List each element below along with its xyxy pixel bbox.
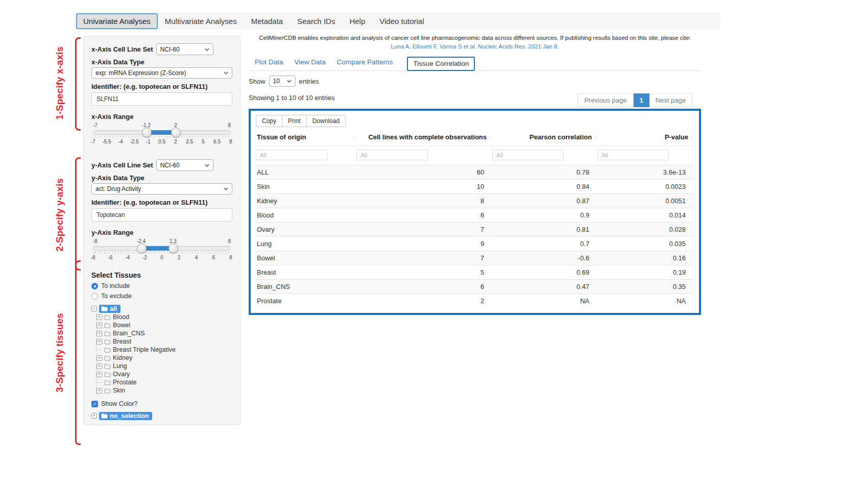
column-header-cell-lines-with-complete-observations[interactable]: Cell lines with complete observations↑↓ [356, 133, 492, 141]
x-identifier-input[interactable] [91, 92, 232, 106]
x-axis-data-type-select[interactable]: exp: mRNA Expression (Z-Score) [91, 67, 232, 79]
to-include-radio[interactable]: To include [91, 282, 232, 289]
step1-label: 1-Specify x-axis [54, 35, 65, 132]
expand-icon[interactable]: + [97, 331, 102, 336]
filter-input-cell-lines-with-complete-observations[interactable] [356, 150, 428, 160]
tab-view-data[interactable]: View Data [295, 58, 326, 70]
expand-icon[interactable]: + [97, 372, 102, 377]
page-1-button[interactable]: 1 [634, 93, 649, 107]
tab-tissue-correlation[interactable]: Tissue Correlation [407, 57, 475, 71]
tree-item-prostate[interactable]: Prostate [97, 378, 232, 386]
value-cell: 0.84 [492, 183, 597, 190]
next-page-button[interactable]: Next page [649, 93, 692, 107]
y-axis-range-slider[interactable]: -8 -2.4 1.3 8 -8-6-4-202468 [93, 238, 231, 262]
value-cell: 0.35 [597, 283, 694, 290]
show-color-checkbox[interactable]: ✓ Show Color? [91, 400, 232, 407]
tick-label: 4 [195, 255, 198, 260]
x-axis-range-slider[interactable]: -7 -1.2 2 8 -7-5.5-4-2.5-10.523.556.58 [93, 123, 231, 146]
sort-icon[interactable]: ↑↓ [690, 135, 694, 140]
previous-page-button[interactable]: Previous page [577, 93, 633, 107]
expand-icon[interactable]: + [97, 388, 102, 394]
sidebar-panel: x-Axis Cell Line Set NCI-60 x-Axis Data … [83, 36, 240, 425]
nav-tab-univariate-analyses[interactable]: Univariate Analyses [76, 13, 158, 29]
filter-input-pearson-correlation[interactable] [492, 150, 564, 160]
folder-icon [104, 380, 111, 385]
y-identifier-input[interactable] [91, 208, 232, 222]
tick-label: 0.5 [158, 139, 165, 144]
page: Univariate AnalysesMultivariate Analyses… [0, 0, 868, 488]
tree-item-kidney[interactable]: +Kidney [97, 354, 232, 362]
filter-cell [256, 150, 356, 160]
copy-button[interactable]: Copy [256, 115, 282, 127]
nav-tab-help[interactable]: Help [342, 13, 372, 29]
expand-icon[interactable]: + [97, 323, 102, 328]
tree-item-bowel[interactable]: +Bowel [97, 321, 232, 329]
column-header-label: Pearson correlation [529, 133, 592, 141]
folder-icon [104, 323, 111, 328]
column-header-pearson-correlation[interactable]: Pearson correlation↑↓ [492, 133, 597, 141]
nav-tab-video-tutorial[interactable]: Video tutorial [372, 13, 431, 29]
to-exclude-radio[interactable]: To exclude [91, 292, 232, 300]
y-slider-rail[interactable] [93, 246, 231, 251]
x-axis-cell-line-set-value: NCI-60 [160, 46, 180, 53]
download-button[interactable]: Download [306, 115, 346, 127]
x-slider-high-handle[interactable] [171, 128, 181, 137]
x-slider-max-label: 8 [228, 123, 231, 128]
nav-tab-multivariate-analyses[interactable]: Multivariate Analyses [158, 13, 244, 29]
expand-icon[interactable]: + [97, 314, 102, 320]
expand-icon[interactable]: + [91, 413, 97, 419]
tree-item-label: Breast Triple Negative [113, 346, 176, 353]
y-axis-cell-line-set-select[interactable]: NCI-60 [156, 159, 213, 171]
tree-item-breast-triple-negative[interactable]: Breast Triple Negative [97, 346, 232, 354]
tree-node-all[interactable]: − all [91, 304, 232, 313]
nav-tab-metadata[interactable]: Metadata [244, 13, 291, 29]
collapse-icon[interactable]: − [91, 306, 97, 311]
chevron-down-icon [224, 187, 228, 190]
step2-label: 2-Specify y-axis [54, 166, 65, 263]
filter-input-tissue-of-origin[interactable] [256, 150, 327, 160]
table-row-breast: Breast50.690.19 [256, 265, 694, 279]
folder-icon [104, 372, 111, 377]
column-header-p-value[interactable]: P-value↑↓ [597, 133, 694, 141]
tree-connector [97, 350, 102, 350]
expand-icon[interactable]: + [97, 339, 102, 345]
y-slider-high-handle[interactable] [168, 243, 178, 253]
tree-item-label: Skin [113, 387, 125, 394]
value-cell: 7 [356, 254, 492, 262]
tree-item-lung[interactable]: +Lung [97, 362, 232, 370]
pagination: Previous page 1 Next page [577, 93, 692, 107]
tick-label: 6.5 [213, 139, 221, 144]
tick-label: 3.5 [186, 139, 193, 144]
value-cell: 60 [356, 168, 492, 176]
tab-plot-data[interactable]: Plot Data [255, 58, 283, 70]
nav-tab-search-ids[interactable]: Search IDs [290, 13, 342, 29]
citation-text: CellMinerCDB enables exploration and ana… [249, 35, 701, 41]
x-slider-low-handle[interactable] [142, 128, 152, 137]
citation-link[interactable]: Luna A, Elloumi F, Varma S et al. Nuclei… [249, 43, 701, 50]
tick-label: -5.5 [102, 139, 111, 144]
value-cell: 2 [356, 297, 492, 305]
filter-input-p-value[interactable] [597, 150, 669, 160]
x-slider-min-label: -7 [93, 123, 98, 128]
x-slider-rail[interactable] [93, 130, 231, 135]
tree-item-brain-cns[interactable]: +Brain_CNS [97, 329, 232, 337]
print-button[interactable]: Print [282, 115, 307, 127]
sort-icon[interactable]: ↑↓ [594, 135, 597, 140]
sort-icon[interactable]: ↑↓ [489, 135, 492, 140]
sort-icon[interactable]: ↑↓ [353, 135, 356, 140]
y-slider-low-handle[interactable] [137, 243, 147, 253]
tree-item-blood[interactable]: +Blood [97, 313, 232, 321]
entries-count-select[interactable]: 10 [269, 76, 296, 87]
value-cell: 0.028 [597, 226, 694, 233]
x-axis-cell-line-set-select[interactable]: NCI-60 [156, 43, 213, 55]
tree-item-breast[interactable]: +Breast [97, 337, 232, 346]
tree-item-skin[interactable]: +Skin [97, 386, 232, 395]
tree-node-no-selection[interactable]: + no_selection [91, 411, 232, 420]
column-header-tissue-of-origin[interactable]: Tissue of origin↑↓ [256, 133, 356, 141]
tree-item-ovary[interactable]: +Ovary [97, 370, 232, 378]
tab-compare-patterns[interactable]: Compare Patterns [337, 58, 393, 70]
expand-icon[interactable]: + [97, 355, 102, 361]
expand-icon[interactable]: + [97, 363, 102, 369]
y-axis-data-type-select[interactable]: act: Drug Activity [91, 183, 232, 194]
chevron-down-icon [205, 164, 209, 167]
